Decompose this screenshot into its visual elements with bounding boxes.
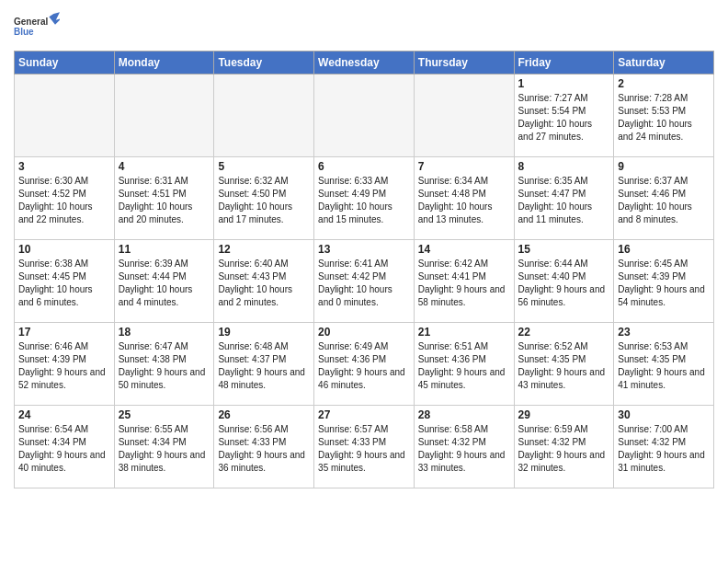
day-info: Sunrise: 6:55 AM Sunset: 4:34 PM Dayligh… (119, 423, 210, 475)
calendar-cell: 25Sunrise: 6:55 AM Sunset: 4:34 PM Dayli… (114, 406, 214, 488)
calendar-cell (414, 75, 514, 157)
weekday-header-monday: Monday (114, 52, 214, 75)
day-number: 9 (618, 160, 710, 173)
day-info: Sunrise: 6:52 AM Sunset: 4:35 PM Dayligh… (518, 340, 610, 392)
calendar-cell: 11Sunrise: 6:39 AM Sunset: 4:44 PM Dayli… (114, 240, 214, 323)
calendar-cell: 26Sunrise: 6:56 AM Sunset: 4:33 PM Dayli… (214, 406, 314, 488)
page-header: General Blue (14, 9, 714, 46)
day-number: 23 (618, 326, 710, 339)
day-number: 12 (218, 243, 310, 256)
day-info: Sunrise: 6:32 AM Sunset: 4:50 PM Dayligh… (218, 175, 310, 226)
day-number: 4 (119, 160, 210, 173)
calendar-cell: 7Sunrise: 6:34 AM Sunset: 4:48 PM Daylig… (414, 157, 514, 240)
calendar-cell: 20Sunrise: 6:49 AM Sunset: 4:36 PM Dayli… (314, 323, 415, 406)
day-info: Sunrise: 6:47 AM Sunset: 4:38 PM Dayligh… (119, 340, 210, 392)
calendar-cell: 3Sunrise: 6:30 AM Sunset: 4:52 PM Daylig… (15, 157, 115, 240)
day-number: 30 (618, 408, 710, 421)
day-number: 16 (618, 243, 710, 256)
day-number: 8 (518, 160, 610, 173)
calendar-cell: 2Sunrise: 7:28 AM Sunset: 5:53 PM Daylig… (614, 75, 714, 157)
day-number: 25 (119, 408, 210, 421)
day-info: Sunrise: 6:45 AM Sunset: 4:39 PM Dayligh… (618, 258, 710, 309)
day-info: Sunrise: 6:48 AM Sunset: 4:37 PM Dayligh… (218, 340, 310, 392)
day-number: 29 (518, 408, 610, 421)
day-info: Sunrise: 6:37 AM Sunset: 4:46 PM Dayligh… (618, 175, 710, 226)
calendar-week-3: 10Sunrise: 6:38 AM Sunset: 4:45 PM Dayli… (15, 240, 714, 323)
weekday-header-sunday: Sunday (15, 52, 115, 75)
day-number: 10 (18, 243, 110, 256)
calendar-cell (15, 75, 115, 157)
weekday-header-tuesday: Tuesday (214, 52, 314, 75)
calendar-cell: 1Sunrise: 7:27 AM Sunset: 5:54 PM Daylig… (514, 75, 614, 157)
day-number: 11 (119, 243, 210, 256)
calendar-cell: 15Sunrise: 6:44 AM Sunset: 4:40 PM Dayli… (514, 240, 614, 323)
day-info: Sunrise: 7:27 AM Sunset: 5:54 PM Dayligh… (518, 92, 610, 144)
day-number: 19 (218, 326, 310, 339)
day-number: 22 (518, 326, 610, 339)
day-info: Sunrise: 6:38 AM Sunset: 4:45 PM Dayligh… (18, 258, 110, 309)
weekday-header-thursday: Thursday (414, 52, 514, 75)
calendar-cell: 23Sunrise: 6:53 AM Sunset: 4:35 PM Dayli… (614, 323, 714, 406)
day-info: Sunrise: 6:54 AM Sunset: 4:34 PM Dayligh… (18, 423, 110, 475)
calendar-week-2: 3Sunrise: 6:30 AM Sunset: 4:52 PM Daylig… (15, 157, 714, 240)
day-number: 5 (218, 160, 310, 173)
calendar-cell (314, 75, 415, 157)
day-info: Sunrise: 6:44 AM Sunset: 4:40 PM Dayligh… (518, 258, 610, 309)
day-number: 27 (318, 408, 410, 421)
day-info: Sunrise: 6:46 AM Sunset: 4:39 PM Dayligh… (18, 340, 110, 392)
calendar-week-4: 17Sunrise: 6:46 AM Sunset: 4:39 PM Dayli… (15, 323, 714, 406)
day-info: Sunrise: 6:30 AM Sunset: 4:52 PM Dayligh… (18, 175, 110, 226)
calendar-cell: 17Sunrise: 6:46 AM Sunset: 4:39 PM Dayli… (15, 323, 115, 406)
day-info: Sunrise: 6:53 AM Sunset: 4:35 PM Dayligh… (618, 340, 710, 392)
day-number: 2 (618, 77, 710, 90)
day-info: Sunrise: 6:33 AM Sunset: 4:49 PM Dayligh… (318, 175, 410, 226)
day-info: Sunrise: 6:51 AM Sunset: 4:36 PM Dayligh… (418, 340, 510, 392)
calendar-cell: 16Sunrise: 6:45 AM Sunset: 4:39 PM Dayli… (614, 240, 714, 323)
calendar-cell: 21Sunrise: 6:51 AM Sunset: 4:36 PM Dayli… (414, 323, 514, 406)
calendar-table: SundayMondayTuesdayWednesdayThursdayFrid… (14, 51, 714, 488)
calendar-cell: 8Sunrise: 6:35 AM Sunset: 4:47 PM Daylig… (514, 157, 614, 240)
day-info: Sunrise: 6:49 AM Sunset: 4:36 PM Dayligh… (318, 340, 410, 392)
day-info: Sunrise: 6:58 AM Sunset: 4:32 PM Dayligh… (418, 423, 510, 475)
day-info: Sunrise: 7:28 AM Sunset: 5:53 PM Dayligh… (618, 92, 710, 144)
calendar-week-5: 24Sunrise: 6:54 AM Sunset: 4:34 PM Dayli… (15, 406, 714, 488)
calendar-cell: 9Sunrise: 6:37 AM Sunset: 4:46 PM Daylig… (614, 157, 714, 240)
day-number: 6 (318, 160, 410, 173)
day-number: 3 (18, 160, 110, 173)
calendar-cell: 13Sunrise: 6:41 AM Sunset: 4:42 PM Dayli… (314, 240, 415, 323)
calendar-cell: 18Sunrise: 6:47 AM Sunset: 4:38 PM Dayli… (114, 323, 214, 406)
calendar-cell: 27Sunrise: 6:57 AM Sunset: 4:33 PM Dayli… (314, 406, 415, 488)
day-info: Sunrise: 6:40 AM Sunset: 4:43 PM Dayligh… (218, 258, 310, 309)
day-info: Sunrise: 6:56 AM Sunset: 4:33 PM Dayligh… (218, 423, 310, 475)
day-number: 15 (518, 243, 610, 256)
day-number: 17 (18, 326, 110, 339)
calendar-cell: 5Sunrise: 6:32 AM Sunset: 4:50 PM Daylig… (214, 157, 314, 240)
calendar-cell: 6Sunrise: 6:33 AM Sunset: 4:49 PM Daylig… (314, 157, 415, 240)
day-info: Sunrise: 6:35 AM Sunset: 4:47 PM Dayligh… (518, 175, 610, 226)
day-info: Sunrise: 6:41 AM Sunset: 4:42 PM Dayligh… (318, 258, 410, 309)
logo-icon: General Blue (14, 9, 60, 46)
day-info: Sunrise: 6:59 AM Sunset: 4:32 PM Dayligh… (518, 423, 610, 475)
day-number: 24 (18, 408, 110, 421)
calendar-cell: 29Sunrise: 6:59 AM Sunset: 4:32 PM Dayli… (514, 406, 614, 488)
day-number: 1 (518, 77, 610, 90)
day-info: Sunrise: 6:34 AM Sunset: 4:48 PM Dayligh… (418, 175, 510, 226)
day-info: Sunrise: 6:31 AM Sunset: 4:51 PM Dayligh… (119, 175, 210, 226)
day-number: 26 (218, 408, 310, 421)
logo: General Blue (14, 9, 60, 46)
svg-text:Blue: Blue (14, 27, 34, 37)
day-number: 21 (418, 326, 510, 339)
day-info: Sunrise: 6:42 AM Sunset: 4:41 PM Dayligh… (418, 258, 510, 309)
calendar-cell (214, 75, 314, 157)
calendar-cell: 22Sunrise: 6:52 AM Sunset: 4:35 PM Dayli… (514, 323, 614, 406)
calendar-cell: 30Sunrise: 7:00 AM Sunset: 4:32 PM Dayli… (614, 406, 714, 488)
day-number: 18 (119, 326, 210, 339)
calendar-cell: 10Sunrise: 6:38 AM Sunset: 4:45 PM Dayli… (15, 240, 115, 323)
day-number: 20 (318, 326, 410, 339)
calendar-cell: 12Sunrise: 6:40 AM Sunset: 4:43 PM Dayli… (214, 240, 314, 323)
calendar-cell: 4Sunrise: 6:31 AM Sunset: 4:51 PM Daylig… (114, 157, 214, 240)
day-number: 7 (418, 160, 510, 173)
calendar-cell: 24Sunrise: 6:54 AM Sunset: 4:34 PM Dayli… (15, 406, 115, 488)
calendar-cell: 28Sunrise: 6:58 AM Sunset: 4:32 PM Dayli… (414, 406, 514, 488)
calendar-cell: 19Sunrise: 6:48 AM Sunset: 4:37 PM Dayli… (214, 323, 314, 406)
